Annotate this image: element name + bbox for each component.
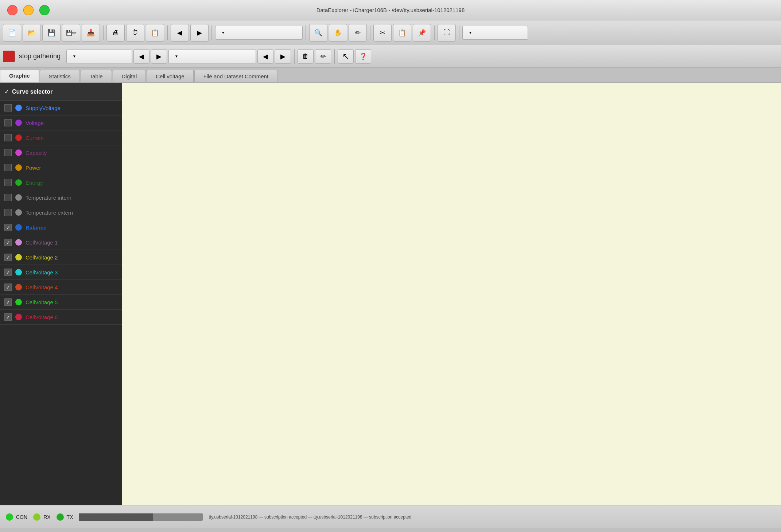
import-button[interactable]: 📥 (82, 24, 100, 42)
nav-back-button[interactable]: ◀ (171, 24, 189, 42)
new-button[interactable]: 📄 (3, 24, 21, 42)
tab-file-dataset-comment[interactable]: File and Dataset Comment (194, 70, 277, 82)
label-cellvoltage3: CellVoltage 3 (26, 269, 58, 275)
print-button[interactable]: 🖨 (106, 24, 125, 42)
sidebar-item-temp-extern[interactable]: Temperature extern (0, 205, 122, 220)
toolbar2-separator-1 (294, 49, 295, 64)
checkbox-cellvoltage3[interactable] (4, 269, 12, 276)
main-toolbar: 📄 📂 💾 💾✏ 📥 🖨 ⏱ 📋 ◀ ▶ ▼ 🔍 ✋ ✏ ✂ 📋 📌 ⛶ ▼ (0, 20, 781, 45)
sidebar-item-cellvoltage1[interactable]: CellVoltage 1 (0, 235, 122, 250)
nav-forward-button[interactable]: ▶ (190, 24, 209, 42)
close-button[interactable] (7, 5, 18, 15)
prev-record-button[interactable]: ◀ (257, 49, 273, 64)
tab-statistics[interactable]: Statistics (40, 70, 80, 82)
table-button[interactable]: 📋 (146, 24, 164, 42)
tab-cell-voltage[interactable]: Cell voltage (147, 70, 193, 82)
checkbox-cellvoltage6[interactable] (4, 313, 12, 321)
label-cellvoltage5: CellVoltage 5 (26, 299, 58, 305)
checkbox-capacity[interactable] (4, 149, 12, 156)
checkbox-power[interactable] (4, 164, 12, 171)
edit-record-button[interactable]: ✏ (315, 49, 331, 64)
sidebar-item-cellvoltage4[interactable]: CellVoltage 4 (0, 280, 122, 295)
checkbox-cellvoltage5[interactable] (4, 298, 12, 306)
delete-record-button[interactable]: 🗑 (298, 49, 314, 64)
help-button[interactable]: ❓ (355, 49, 371, 64)
cut-button[interactable]: ✂ (373, 24, 392, 42)
window-title: DataExplorer - iCharger106B - /dev/tty.u… (316, 7, 465, 13)
color-cellvoltage3 (15, 269, 22, 275)
view-dropdown[interactable]: ▼ (462, 26, 528, 40)
toolbar2-separator-2 (334, 49, 335, 64)
color-balance (15, 224, 22, 231)
zoom-button[interactable]: 🔍 (309, 24, 327, 42)
color-cellvoltage5 (15, 299, 22, 305)
sidebar-item-cellvoltage3[interactable]: CellVoltage 3 (0, 265, 122, 280)
checkbox-current[interactable] (4, 134, 12, 141)
label-power: Power (26, 165, 41, 171)
checkbox-cellvoltage1[interactable] (4, 239, 12, 246)
toolbar-separator-6 (434, 26, 435, 40)
chart-area (122, 83, 781, 505)
checkbox-cellvoltage2[interactable] (4, 254, 12, 261)
label-temp-extern: Temperature extern (26, 210, 73, 216)
tab-digital[interactable]: Digital (113, 70, 146, 82)
tab-graphic[interactable]: Graphic (0, 69, 39, 82)
tx-dot (57, 513, 64, 521)
next-record-button[interactable]: ▶ (275, 49, 291, 64)
color-cellvoltage2 (15, 254, 22, 261)
sidebar-item-cellvoltage5[interactable]: CellVoltage 5 (0, 295, 122, 310)
label-voltage: Voltage (26, 120, 44, 126)
tx-indicator: TX (57, 513, 73, 521)
toolbar-separator-4 (306, 26, 306, 40)
sidebar-item-temp-intern[interactable]: Temperature intern (0, 190, 122, 205)
paste-button[interactable]: 📌 (413, 24, 431, 42)
sidebar-item-supplyvoltage[interactable]: SupplyVoltage (0, 101, 122, 116)
color-current (15, 134, 22, 141)
sidebar-item-power[interactable]: Power (0, 160, 122, 175)
sidebar-item-cellvoltage2[interactable]: CellVoltage 2 (0, 250, 122, 265)
sidebar-item-energy[interactable]: Energy (0, 175, 122, 190)
sidebar-item-capacity[interactable]: Capacity (0, 145, 122, 160)
label-temp-intern: Temperature intern (26, 195, 71, 201)
dataset-dropdown[interactable]: ▼ (215, 26, 303, 40)
timer-button[interactable]: ⏱ (126, 24, 144, 42)
checkbox-supplyvoltage[interactable] (4, 104, 12, 112)
record-dropdown[interactable]: ▼ (168, 50, 256, 63)
color-capacity (15, 149, 22, 156)
label-cellvoltage6: CellVoltage 6 (26, 314, 58, 320)
cursor-button[interactable]: ↖ (338, 49, 354, 64)
sidebar-item-current[interactable]: Current (0, 130, 122, 145)
stop-button[interactable] (3, 51, 15, 62)
rx-label: RX (43, 514, 50, 520)
minimize-button[interactable] (23, 5, 34, 15)
checkbox-balance[interactable] (4, 224, 12, 231)
saveas-button[interactable]: 💾✏ (62, 24, 80, 42)
sidebar-item-balance[interactable]: Balance (0, 220, 122, 235)
sidebar-item-voltage[interactable]: Voltage (0, 116, 122, 130)
pan-button[interactable]: ✋ (329, 24, 347, 42)
sidebar: ✓ Curve selector SupplyVoltage Voltage C… (0, 83, 122, 505)
save-button[interactable]: 💾 (42, 24, 61, 42)
checkbox-temp-intern[interactable] (4, 194, 12, 201)
fullscreen-button[interactable]: ⛶ (438, 24, 456, 42)
open-button[interactable]: 📂 (23, 24, 41, 42)
sidebar-item-cellvoltage6[interactable]: CellVoltage 6 (0, 310, 122, 325)
checkbox-cellvoltage4[interactable] (4, 283, 12, 291)
channel-dropdown[interactable]: ▼ (66, 50, 132, 63)
check-mark-cv6 (6, 314, 10, 320)
edit-button[interactable]: ✏ (349, 24, 367, 42)
prev-channel-button[interactable]: ◀ (133, 49, 149, 64)
next-channel-button[interactable]: ▶ (151, 49, 167, 64)
color-cellvoltage4 (15, 284, 22, 290)
color-temp-extern (15, 209, 22, 216)
label-balance: Balance (26, 224, 47, 231)
maximize-button[interactable] (39, 5, 50, 15)
color-energy (15, 179, 22, 186)
checkbox-voltage[interactable] (4, 119, 12, 126)
tab-table[interactable]: Table (81, 70, 112, 82)
checkbox-temp-extern[interactable] (4, 209, 12, 216)
copy-button[interactable]: 📋 (393, 24, 411, 42)
label-cellvoltage2: CellVoltage 2 (26, 254, 58, 261)
status-progress-fill (79, 513, 153, 521)
checkbox-energy[interactable] (4, 179, 12, 186)
